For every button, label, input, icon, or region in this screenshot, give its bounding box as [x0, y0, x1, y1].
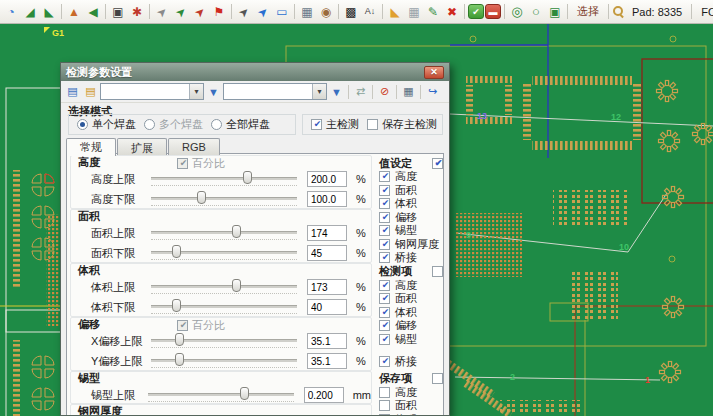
save-main-detect-checkbox[interactable]: 保存主检测 — [367, 117, 437, 132]
tab-general[interactable]: 常规 — [66, 138, 116, 156]
checkbox[interactable] — [379, 293, 390, 304]
volume-upper-input[interactable] — [307, 279, 347, 295]
checkbox[interactable] — [379, 225, 390, 236]
table-icon[interactable]: ▦ — [298, 3, 316, 21]
square-icon[interactable]: ▣ — [546, 3, 564, 21]
open-template-icon[interactable]: ▤ — [64, 83, 81, 100]
pin-blue-icon[interactable]: ➤ — [250, 0, 275, 24]
draw-icon[interactable]: ✎ — [424, 3, 442, 21]
slider-thumb[interactable] — [172, 245, 181, 258]
slider-thumb[interactable] — [243, 171, 252, 184]
volume-lower-slider[interactable] — [151, 299, 297, 315]
check-volume[interactable]: 体积 — [379, 197, 443, 211]
select-mode-button[interactable]: 选择 — [571, 4, 605, 19]
height-lower-slider[interactable] — [151, 191, 297, 207]
check-stencil-thickness[interactable]: 钢网厚度 — [379, 238, 443, 252]
checkbox[interactable] — [379, 239, 390, 250]
x-offset-upper-slider[interactable] — [151, 333, 297, 349]
compare-icon[interactable]: ⇄ — [352, 83, 369, 100]
checkbox[interactable] — [379, 387, 390, 398]
slider-thumb[interactable] — [172, 299, 181, 312]
grid-icon[interactable]: ▦ — [405, 3, 423, 21]
save-icon[interactable]: ▦ — [400, 83, 417, 100]
check-area[interactable]: 面积 — [379, 292, 443, 306]
save-items-master-checkbox[interactable] — [432, 373, 443, 384]
detect-items-master-checkbox[interactable] — [432, 266, 443, 277]
area-upper-slider[interactable] — [151, 225, 297, 241]
pin-red-icon[interactable]: ➤ — [187, 0, 212, 24]
y-offset-upper-slider[interactable] — [151, 353, 297, 369]
x-offset-upper-input[interactable] — [307, 333, 347, 349]
circle-icon[interactable]: ○ — [527, 3, 545, 21]
delete-icon[interactable]: ✖ — [443, 3, 461, 21]
check-solder-shape[interactable]: 锡型 — [379, 224, 443, 238]
checkbox[interactable] — [311, 119, 322, 130]
slider-thumb[interactable] — [240, 387, 249, 400]
apply-check-icon[interactable]: ✔ — [468, 4, 484, 19]
check-area[interactable]: 面积 — [379, 184, 443, 198]
checkbox[interactable] — [379, 334, 390, 345]
search-icon[interactable] — [612, 5, 625, 18]
ruler-icon[interactable]: ◣ — [386, 3, 404, 21]
solder-shape-upper-slider[interactable] — [148, 387, 294, 403]
check-volume[interactable]: 体积 — [379, 306, 443, 320]
checkbox[interactable] — [379, 400, 390, 411]
y-offset-upper-input[interactable] — [307, 353, 347, 369]
main-detect-checkbox[interactable]: 主检测 — [311, 117, 359, 132]
slider-thumb[interactable] — [175, 333, 184, 346]
dialog-titlebar[interactable]: 检测参数设置 ✕ — [61, 63, 449, 81]
slider-thumb[interactable] — [232, 225, 241, 238]
check-area[interactable]: 面积 — [379, 399, 443, 413]
radio-dot[interactable] — [211, 119, 222, 130]
chevron-down-icon[interactable]: ▾ — [189, 84, 203, 99]
slider-thumb[interactable] — [232, 279, 241, 292]
area-lower-input[interactable] — [307, 245, 347, 261]
slider-thumb[interactable] — [175, 353, 184, 366]
radio-single-pad[interactable]: 单个焊盘 — [77, 117, 136, 132]
mirror-icon[interactable]: ▲ — [65, 3, 83, 21]
checkbox[interactable] — [379, 185, 390, 196]
area-upper-input[interactable] — [307, 225, 347, 241]
template-combo-1[interactable]: ▾ — [100, 83, 204, 100]
check-offset[interactable]: 偏移 — [379, 211, 443, 225]
checkbox[interactable] — [379, 307, 390, 318]
checkbox[interactable] — [379, 280, 390, 291]
tiles-icon[interactable]: ▩ — [342, 3, 360, 21]
check-bridge[interactable]: 桥接 — [379, 251, 443, 265]
tab-rgb[interactable]: RGB — [168, 138, 220, 155]
height-lower-input[interactable] — [307, 191, 347, 207]
checkbox[interactable] — [367, 119, 378, 130]
checkbox[interactable] — [379, 414, 390, 415]
check-height[interactable]: 高度 — [379, 170, 443, 184]
check-solder-shape[interactable]: 锡型 — [379, 333, 443, 347]
solder-shape-upper-input[interactable] — [304, 387, 344, 403]
checkbox[interactable] — [379, 212, 390, 223]
check-bridge[interactable]: 桥接 — [379, 355, 443, 369]
check-height[interactable]: 高度 — [379, 386, 443, 400]
radio-all-pads[interactable]: 全部焊盘 — [211, 117, 270, 132]
check-height[interactable]: 高度 — [379, 279, 443, 293]
camera-icon[interactable]: ◉ — [317, 3, 335, 21]
capture-icon[interactable]: ▣ — [109, 3, 127, 21]
remove-icon[interactable]: ▬ — [485, 4, 501, 19]
height-upper-slider[interactable] — [151, 171, 297, 187]
zoom-region-b-icon[interactable]: ◣ — [40, 3, 58, 21]
height-upper-input[interactable] — [307, 171, 347, 187]
area-lower-slider[interactable] — [151, 245, 297, 261]
forbid-icon[interactable]: ⊘ — [376, 83, 393, 100]
saveas-template-icon[interactable]: ▤ — [82, 83, 99, 100]
checkbox[interactable] — [379, 171, 390, 182]
checkbox[interactable] — [379, 320, 390, 331]
checkbox[interactable] — [379, 198, 390, 209]
checkbox[interactable] — [379, 356, 390, 367]
tab-extended[interactable]: 扩展 — [117, 138, 167, 155]
history-icon[interactable]: ◔ — [2, 3, 20, 21]
zoom-region-a-icon[interactable]: ◢ — [21, 3, 39, 21]
slider-thumb[interactable] — [197, 191, 206, 204]
check-volume[interactable]: 体积 — [379, 413, 443, 416]
apply-left-icon[interactable]: ▼ — [205, 83, 222, 100]
sort-az-icon[interactable]: A↓ — [361, 3, 379, 21]
value-setting-master-checkbox[interactable] — [432, 158, 443, 169]
radio-dot[interactable] — [77, 119, 88, 130]
announce-icon[interactable]: ◀ — [84, 3, 102, 21]
